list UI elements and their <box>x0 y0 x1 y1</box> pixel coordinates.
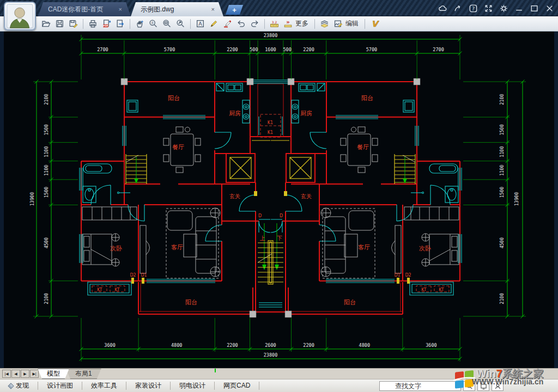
svg-text:5700: 5700 <box>366 47 377 52</box>
status-item-discover[interactable]: 发现 <box>0 382 38 390</box>
status-item-low-voltage[interactable]: 弱电设计 <box>171 382 215 390</box>
svg-text:阳台: 阳台 <box>185 299 197 306</box>
maximize-icon[interactable] <box>529 3 539 14</box>
svg-text:2200: 2200 <box>227 47 238 52</box>
convert-file-icon[interactable] <box>113 17 127 30</box>
svg-text:厨房: 厨房 <box>229 110 241 117</box>
svg-text:1500: 1500 <box>44 124 49 135</box>
zoom-in-out-icon[interactable]: ± <box>147 17 160 30</box>
zoom-window-icon[interactable] <box>160 17 174 30</box>
cad-canvas[interactable]: 2700570022005001600500220057002700238003… <box>0 32 558 368</box>
save-icon[interactable] <box>53 17 66 30</box>
svg-text:D: D <box>258 213 262 218</box>
close-icon[interactable] <box>544 3 555 14</box>
svg-text:KT: KT <box>114 287 120 292</box>
sheet-tab-model[interactable]: 模型 <box>38 369 69 379</box>
pan-hand-icon[interactable] <box>133 17 147 30</box>
measure-icon[interactable]: 3.2 <box>268 17 281 30</box>
prev-sheet-button[interactable]: ◀ <box>11 370 20 378</box>
help-icon[interactable]: ? <box>468 3 478 14</box>
svg-text:阳台: 阳台 <box>344 299 356 306</box>
status-item-discover-label: 发现 <box>16 382 29 390</box>
zoom-extents-icon[interactable] <box>174 17 187 30</box>
svg-text:D2: D2 <box>405 273 411 278</box>
svg-text:KT: KT <box>421 287 427 292</box>
share-icon[interactable] <box>453 3 463 14</box>
tab-home[interactable]: CAD迷你看图-首页 × <box>38 2 131 16</box>
status-bar: 发现 设计画图 效率工具 家装设计 弱电设计 网页CAD 查找文字 <box>0 379 558 392</box>
svg-text:客厅: 客厅 <box>358 244 370 251</box>
pencil-draw-icon[interactable] <box>207 17 221 30</box>
undo-icon[interactable] <box>234 17 248 30</box>
svg-text:?: ? <box>472 5 475 11</box>
print-icon[interactable] <box>86 17 100 30</box>
svg-text:500: 500 <box>283 47 291 52</box>
svg-text:2600: 2600 <box>265 342 276 348</box>
svg-text:23800: 23800 <box>264 352 278 358</box>
svg-text:1500: 1500 <box>499 124 505 135</box>
svg-text:上: 上 <box>259 235 265 241</box>
new-tab-button[interactable]: + <box>226 5 243 15</box>
tab-home-title: CAD迷你看图-首页 <box>48 5 114 14</box>
tab-document[interactable]: 示例图.dwg × <box>131 2 223 16</box>
more-measure-button[interactable]: 更多 <box>295 19 308 28</box>
svg-text:13900: 13900 <box>514 192 519 206</box>
tab-strip: CAD迷你看图-首页 × 示例图.dwg × + <box>38 2 243 16</box>
svg-text:3.2: 3.2 <box>272 21 277 24</box>
settings-icon[interactable] <box>499 3 509 14</box>
marker-erase-icon[interactable] <box>221 17 234 30</box>
svg-text:5700: 5700 <box>164 47 175 52</box>
svg-text:13900: 13900 <box>29 192 35 206</box>
cloud-icon[interactable] <box>438 3 448 14</box>
layers-icon[interactable] <box>318 17 331 30</box>
tab-document-title: 示例图.dwg <box>141 5 207 14</box>
screen-capture-icon[interactable] <box>477 381 489 391</box>
svg-text:阳台: 阳台 <box>361 95 373 102</box>
svg-text:2100: 2100 <box>44 94 49 105</box>
svg-text:4500: 4500 <box>499 237 505 248</box>
sheet-tab-layout1[interactable]: 布局1 <box>66 369 101 379</box>
floor-plan-left-unit <box>80 78 271 317</box>
svg-text:下: 下 <box>277 235 282 241</box>
room-labels: 阳台阳台厨房厨房餐厅餐厅玄关玄关次卧次卧客厅客厅阳台阳台上下K1K1KTKTKT… <box>97 95 444 306</box>
search-icon[interactable] <box>463 381 475 391</box>
minimize-icon[interactable] <box>514 3 524 14</box>
status-item-home-design[interactable]: 家装设计 <box>126 382 171 390</box>
svg-text:厨房: 厨房 <box>300 110 312 117</box>
save-as-icon[interactable] <box>66 17 80 30</box>
fullscreen-icon[interactable] <box>483 3 494 14</box>
export-pdf-icon[interactable]: PDF <box>100 17 113 30</box>
measure-more-icon[interactable]: » <box>281 17 295 30</box>
tab-home-close-icon[interactable]: × <box>119 6 122 13</box>
text-annotate-icon[interactable]: A <box>193 17 207 30</box>
svg-text:D1: D1 <box>394 273 400 278</box>
redo-icon[interactable] <box>248 17 262 30</box>
svg-text:2200: 2200 <box>227 342 238 348</box>
status-item-web-cad[interactable]: 网页CAD <box>215 382 259 390</box>
edit-drawing-icon[interactable] <box>331 17 345 30</box>
svg-text:1100: 1100 <box>499 146 505 157</box>
svg-text:玄关: 玄关 <box>301 193 312 199</box>
next-sheet-button[interactable]: ▶ <box>21 370 29 378</box>
svg-text:3600: 3600 <box>104 342 115 348</box>
contact-icon[interactable] <box>492 381 504 391</box>
status-item-design-draw[interactable]: 设计画图 <box>38 382 82 390</box>
diamond-icon <box>8 383 14 389</box>
svg-text:2100: 2100 <box>44 293 49 304</box>
floor-plan-right-unit <box>270 78 462 317</box>
user-avatar[interactable] <box>4 2 36 30</box>
svg-text:阳台: 阳台 <box>168 95 180 102</box>
svg-text:V: V <box>372 19 379 28</box>
tab-document-close-icon[interactable]: × <box>211 6 215 13</box>
edit-button[interactable]: 编辑 <box>345 19 359 28</box>
last-sheet-button[interactable]: ▶| <box>30 370 39 378</box>
find-text-input[interactable]: 查找文字 <box>379 381 461 391</box>
svg-text:PDF: PDF <box>103 24 108 27</box>
open-file-icon[interactable] <box>39 17 53 30</box>
title-bar: CAD迷你看图-首页 × 示例图.dwg × + ? <box>0 0 558 16</box>
first-sheet-button[interactable]: |◀ <box>2 370 11 378</box>
sheet-nav: |◀ ◀ ▶ ▶| <box>0 369 41 379</box>
svg-text:客厅: 客厅 <box>171 244 183 251</box>
floor-plan-core <box>253 80 288 307</box>
status-item-efficiency-tools[interactable]: 效率工具 <box>82 382 126 390</box>
